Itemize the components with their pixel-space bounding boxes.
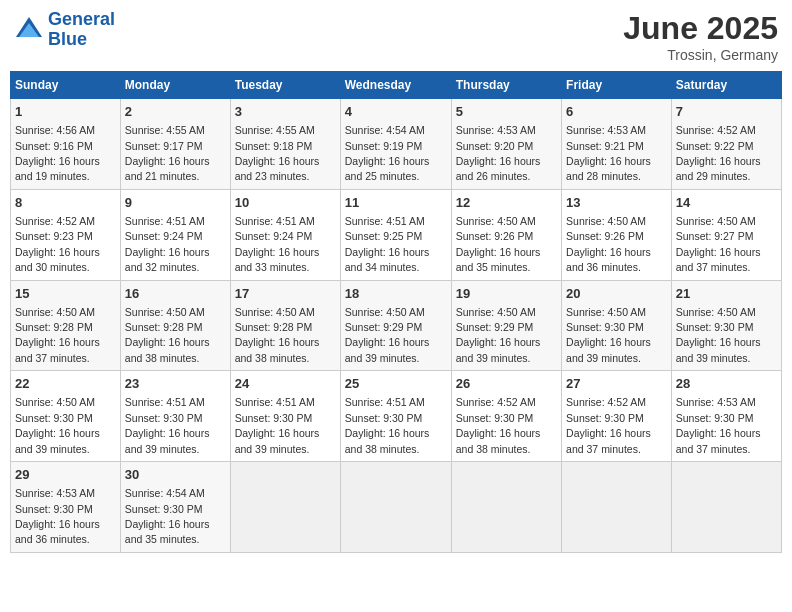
day-info: Sunrise: 4:51 AMSunset: 9:24 PMDaylight:… bbox=[235, 215, 320, 273]
calendar-week-row: 8 Sunrise: 4:52 AMSunset: 9:23 PMDayligh… bbox=[11, 189, 782, 280]
day-number: 6 bbox=[566, 103, 667, 121]
calendar-cell: 20 Sunrise: 4:50 AMSunset: 9:30 PMDaylig… bbox=[562, 280, 672, 371]
day-info: Sunrise: 4:51 AMSunset: 9:30 PMDaylight:… bbox=[345, 396, 430, 454]
calendar-cell: 25 Sunrise: 4:51 AMSunset: 9:30 PMDaylig… bbox=[340, 371, 451, 462]
day-info: Sunrise: 4:54 AMSunset: 9:19 PMDaylight:… bbox=[345, 124, 430, 182]
day-number: 4 bbox=[345, 103, 447, 121]
day-info: Sunrise: 4:52 AMSunset: 9:22 PMDaylight:… bbox=[676, 124, 761, 182]
calendar-table: SundayMondayTuesdayWednesdayThursdayFrid… bbox=[10, 71, 782, 553]
logo: General Blue bbox=[14, 10, 115, 50]
day-number: 26 bbox=[456, 375, 557, 393]
calendar-cell: 17 Sunrise: 4:50 AMSunset: 9:28 PMDaylig… bbox=[230, 280, 340, 371]
calendar-cell: 9 Sunrise: 4:51 AMSunset: 9:24 PMDayligh… bbox=[120, 189, 230, 280]
day-number: 2 bbox=[125, 103, 226, 121]
calendar-cell bbox=[451, 462, 561, 553]
day-number: 25 bbox=[345, 375, 447, 393]
day-number: 13 bbox=[566, 194, 667, 212]
day-number: 15 bbox=[15, 285, 116, 303]
day-number: 11 bbox=[345, 194, 447, 212]
day-info: Sunrise: 4:55 AMSunset: 9:17 PMDaylight:… bbox=[125, 124, 210, 182]
day-number: 21 bbox=[676, 285, 777, 303]
day-info: Sunrise: 4:52 AMSunset: 9:30 PMDaylight:… bbox=[456, 396, 541, 454]
calendar-cell: 26 Sunrise: 4:52 AMSunset: 9:30 PMDaylig… bbox=[451, 371, 561, 462]
calendar-cell: 13 Sunrise: 4:50 AMSunset: 9:26 PMDaylig… bbox=[562, 189, 672, 280]
day-info: Sunrise: 4:51 AMSunset: 9:30 PMDaylight:… bbox=[125, 396, 210, 454]
day-info: Sunrise: 4:50 AMSunset: 9:28 PMDaylight:… bbox=[15, 306, 100, 364]
calendar-cell: 12 Sunrise: 4:50 AMSunset: 9:26 PMDaylig… bbox=[451, 189, 561, 280]
day-number: 23 bbox=[125, 375, 226, 393]
day-info: Sunrise: 4:53 AMSunset: 9:21 PMDaylight:… bbox=[566, 124, 651, 182]
day-info: Sunrise: 4:52 AMSunset: 9:23 PMDaylight:… bbox=[15, 215, 100, 273]
calendar-cell: 18 Sunrise: 4:50 AMSunset: 9:29 PMDaylig… bbox=[340, 280, 451, 371]
title-block: June 2025 Trossin, Germany bbox=[623, 10, 778, 63]
day-info: Sunrise: 4:50 AMSunset: 9:27 PMDaylight:… bbox=[676, 215, 761, 273]
day-info: Sunrise: 4:53 AMSunset: 9:30 PMDaylight:… bbox=[676, 396, 761, 454]
calendar-cell: 8 Sunrise: 4:52 AMSunset: 9:23 PMDayligh… bbox=[11, 189, 121, 280]
calendar-cell bbox=[671, 462, 781, 553]
calendar-cell: 5 Sunrise: 4:53 AMSunset: 9:20 PMDayligh… bbox=[451, 99, 561, 190]
calendar-cell: 7 Sunrise: 4:52 AMSunset: 9:22 PMDayligh… bbox=[671, 99, 781, 190]
calendar-cell: 23 Sunrise: 4:51 AMSunset: 9:30 PMDaylig… bbox=[120, 371, 230, 462]
logo-line1: General bbox=[48, 9, 115, 29]
day-info: Sunrise: 4:50 AMSunset: 9:26 PMDaylight:… bbox=[566, 215, 651, 273]
calendar-week-row: 22 Sunrise: 4:50 AMSunset: 9:30 PMDaylig… bbox=[11, 371, 782, 462]
calendar-cell bbox=[340, 462, 451, 553]
day-number: 20 bbox=[566, 285, 667, 303]
calendar-cell: 28 Sunrise: 4:53 AMSunset: 9:30 PMDaylig… bbox=[671, 371, 781, 462]
day-number: 14 bbox=[676, 194, 777, 212]
day-number: 24 bbox=[235, 375, 336, 393]
calendar-week-row: 1 Sunrise: 4:56 AMSunset: 9:16 PMDayligh… bbox=[11, 99, 782, 190]
day-number: 1 bbox=[15, 103, 116, 121]
day-number: 19 bbox=[456, 285, 557, 303]
col-header-saturday: Saturday bbox=[671, 72, 781, 99]
day-number: 16 bbox=[125, 285, 226, 303]
day-info: Sunrise: 4:50 AMSunset: 9:26 PMDaylight:… bbox=[456, 215, 541, 273]
calendar-cell: 29 Sunrise: 4:53 AMSunset: 9:30 PMDaylig… bbox=[11, 462, 121, 553]
logo-text: General Blue bbox=[48, 10, 115, 50]
calendar-cell: 10 Sunrise: 4:51 AMSunset: 9:24 PMDaylig… bbox=[230, 189, 340, 280]
col-header-friday: Friday bbox=[562, 72, 672, 99]
location: Trossin, Germany bbox=[623, 47, 778, 63]
col-header-wednesday: Wednesday bbox=[340, 72, 451, 99]
calendar-cell: 19 Sunrise: 4:50 AMSunset: 9:29 PMDaylig… bbox=[451, 280, 561, 371]
calendar-cell bbox=[230, 462, 340, 553]
day-info: Sunrise: 4:55 AMSunset: 9:18 PMDaylight:… bbox=[235, 124, 320, 182]
calendar-week-row: 15 Sunrise: 4:50 AMSunset: 9:28 PMDaylig… bbox=[11, 280, 782, 371]
col-header-sunday: Sunday bbox=[11, 72, 121, 99]
day-info: Sunrise: 4:50 AMSunset: 9:28 PMDaylight:… bbox=[125, 306, 210, 364]
calendar-cell: 27 Sunrise: 4:52 AMSunset: 9:30 PMDaylig… bbox=[562, 371, 672, 462]
day-number: 22 bbox=[15, 375, 116, 393]
day-info: Sunrise: 4:50 AMSunset: 9:28 PMDaylight:… bbox=[235, 306, 320, 364]
logo-line2: Blue bbox=[48, 29, 87, 49]
col-header-thursday: Thursday bbox=[451, 72, 561, 99]
calendar-cell: 1 Sunrise: 4:56 AMSunset: 9:16 PMDayligh… bbox=[11, 99, 121, 190]
calendar-cell: 30 Sunrise: 4:54 AMSunset: 9:30 PMDaylig… bbox=[120, 462, 230, 553]
calendar-cell: 22 Sunrise: 4:50 AMSunset: 9:30 PMDaylig… bbox=[11, 371, 121, 462]
day-number: 8 bbox=[15, 194, 116, 212]
day-info: Sunrise: 4:51 AMSunset: 9:24 PMDaylight:… bbox=[125, 215, 210, 273]
calendar-cell: 6 Sunrise: 4:53 AMSunset: 9:21 PMDayligh… bbox=[562, 99, 672, 190]
day-number: 29 bbox=[15, 466, 116, 484]
calendar-cell: 14 Sunrise: 4:50 AMSunset: 9:27 PMDaylig… bbox=[671, 189, 781, 280]
day-number: 12 bbox=[456, 194, 557, 212]
day-number: 9 bbox=[125, 194, 226, 212]
day-number: 17 bbox=[235, 285, 336, 303]
day-number: 18 bbox=[345, 285, 447, 303]
day-info: Sunrise: 4:56 AMSunset: 9:16 PMDaylight:… bbox=[15, 124, 100, 182]
day-number: 10 bbox=[235, 194, 336, 212]
calendar-cell: 4 Sunrise: 4:54 AMSunset: 9:19 PMDayligh… bbox=[340, 99, 451, 190]
day-info: Sunrise: 4:50 AMSunset: 9:30 PMDaylight:… bbox=[676, 306, 761, 364]
day-info: Sunrise: 4:51 AMSunset: 9:25 PMDaylight:… bbox=[345, 215, 430, 273]
day-info: Sunrise: 4:54 AMSunset: 9:30 PMDaylight:… bbox=[125, 487, 210, 545]
day-number: 5 bbox=[456, 103, 557, 121]
day-info: Sunrise: 4:50 AMSunset: 9:30 PMDaylight:… bbox=[15, 396, 100, 454]
month-title: June 2025 bbox=[623, 10, 778, 47]
day-number: 27 bbox=[566, 375, 667, 393]
day-info: Sunrise: 4:51 AMSunset: 9:30 PMDaylight:… bbox=[235, 396, 320, 454]
calendar-header-row: SundayMondayTuesdayWednesdayThursdayFrid… bbox=[11, 72, 782, 99]
calendar-cell: 2 Sunrise: 4:55 AMSunset: 9:17 PMDayligh… bbox=[120, 99, 230, 190]
day-info: Sunrise: 4:50 AMSunset: 9:30 PMDaylight:… bbox=[566, 306, 651, 364]
calendar-cell: 11 Sunrise: 4:51 AMSunset: 9:25 PMDaylig… bbox=[340, 189, 451, 280]
day-number: 30 bbox=[125, 466, 226, 484]
col-header-tuesday: Tuesday bbox=[230, 72, 340, 99]
